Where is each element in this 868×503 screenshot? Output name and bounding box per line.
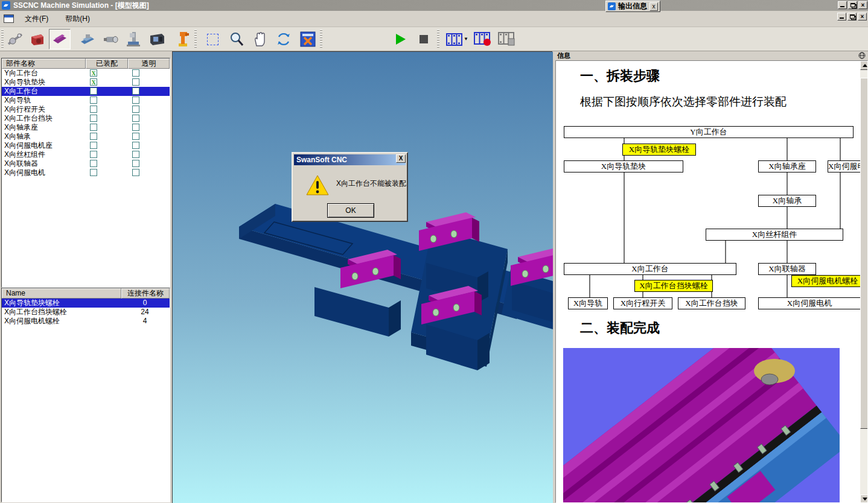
assembled-checkbox[interactable] (90, 133, 97, 140)
title-bar: SSCNC Machine Simulation - [模型视图] × (0, 0, 868, 11)
child-minimize-button[interactable] (837, 13, 846, 21)
assembled-checkbox[interactable] (90, 160, 97, 167)
machine-3d-view[interactable] (172, 51, 552, 503)
flow-screw-assembly: X向丝杆组件 (706, 229, 843, 241)
parts-row[interactable]: X向导轨 (2, 96, 170, 105)
transparent-checkbox[interactable] (132, 142, 139, 149)
parts-row[interactable]: X向轴承 (2, 132, 170, 141)
dialog-title-bar[interactable]: SwanSoft CNC (294, 154, 406, 165)
assembled-checkbox[interactable] (90, 96, 97, 104)
menu-file[interactable]: 文件(F) (19, 11, 54, 27)
assembled-checkbox[interactable] (90, 106, 97, 113)
fit-view-button[interactable] (297, 29, 319, 49)
parts-row[interactable]: X向导轨垫块X (2, 78, 170, 87)
cylinder-icon (103, 31, 120, 48)
flow-bearing: X向轴承 (758, 195, 816, 207)
cnc-machine-button[interactable] (146, 29, 168, 49)
toolbar-grip[interactable] (194, 30, 197, 49)
parts-row[interactable]: X向伺服电机 (2, 168, 170, 177)
stop-icon (420, 35, 428, 43)
flow-servo-motor: X向伺服电机 (758, 297, 861, 309)
worktable-button[interactable] (77, 29, 98, 49)
assembled-checkbox[interactable] (90, 124, 97, 131)
film-button[interactable] (443, 29, 465, 49)
parts-row[interactable]: X向轴承座 (2, 123, 170, 132)
app-window: SSCNC Machine Simulation - [模型视图] × 输出信息… (0, 0, 868, 503)
assembled-checkbox[interactable] (90, 169, 97, 176)
play-button[interactable] (390, 29, 412, 49)
toolbar-grip[interactable] (437, 30, 439, 49)
dialog-close-button[interactable]: X (396, 154, 406, 163)
transparent-checkbox[interactable] (132, 96, 139, 104)
toolbar-grip[interactable] (1, 30, 4, 49)
parts-row[interactable]: X向丝杠组件 (2, 150, 170, 159)
dialog-message: X向工作台不能被装配 (336, 179, 406, 189)
child-close-button[interactable]: × (858, 13, 867, 21)
parts-row-selected[interactable]: X向工作台 (2, 87, 170, 96)
parts-row[interactable]: X向行程开关 (2, 105, 170, 114)
flow-servo-seat: X向伺服电机座 (828, 160, 865, 172)
assembled-checkbox[interactable] (90, 151, 97, 158)
info-scrollbar[interactable] (860, 61, 868, 503)
parts-row[interactable]: X向联轴器 (2, 159, 170, 168)
transparent-checkbox[interactable] (132, 124, 139, 131)
col-part-name[interactable]: 部件名称 (2, 59, 86, 69)
transparent-checkbox[interactable] (132, 169, 139, 176)
close-button[interactable]: × (858, 1, 867, 9)
connector-row[interactable]: X向工作台挡块螺栓24 (2, 308, 170, 317)
output-info-floating-bar[interactable]: 输出信息 x (605, 1, 660, 12)
rotate-button[interactable] (273, 29, 295, 49)
scroll-up-button[interactable] (860, 61, 868, 70)
col-connector-name[interactable]: 连接件名称 (121, 288, 170, 299)
col-assembled[interactable]: 已装配 (86, 59, 128, 69)
ok-button[interactable]: OK (327, 203, 374, 218)
transparent-checkbox[interactable] (132, 160, 139, 167)
assembled-checkbox[interactable]: X (90, 78, 97, 86)
transparent-checkbox[interactable] (132, 151, 139, 158)
gearbox-button[interactable] (27, 29, 48, 49)
pan-button[interactable] (249, 29, 270, 49)
transparent-checkbox[interactable] (132, 78, 139, 86)
zoom-button[interactable] (226, 29, 247, 49)
film-stop-button[interactable] (496, 29, 518, 49)
transparent-checkbox[interactable] (132, 87, 139, 95)
transparent-checkbox[interactable] (132, 106, 139, 113)
film-record-button[interactable] (472, 29, 494, 49)
flow-coupling: X向联轴器 (758, 263, 816, 275)
output-info-close-button[interactable]: x (649, 2, 658, 11)
transparent-checkbox[interactable] (132, 133, 139, 140)
robot-arm-button[interactable] (171, 29, 193, 49)
select-rect-button[interactable] (202, 29, 223, 49)
scroll-thumb[interactable] (860, 78, 868, 429)
minimize-button[interactable] (838, 1, 847, 9)
globe-icon[interactable] (858, 52, 866, 59)
assembled-checkbox[interactable]: X (90, 69, 97, 77)
assembled-checkbox[interactable] (90, 87, 97, 95)
cylinder-button[interactable] (100, 29, 122, 49)
toolbar-grip[interactable] (320, 30, 322, 49)
drill-press-button[interactable] (123, 29, 144, 49)
toolbar: 远程协助 ▼ ▼ SwanSoft 数控仿真软件 (0, 27, 868, 51)
film-dropdown-icon[interactable]: ▼ (464, 36, 468, 42)
menu-help[interactable]: 帮助(H) (59, 11, 96, 27)
step-heading: 一、拆装步骤 (580, 67, 660, 85)
col-name[interactable]: Name (2, 288, 121, 299)
child-restore-button[interactable] (847, 13, 857, 21)
parts-row[interactable]: Y向工作台X (2, 69, 170, 78)
transparent-checkbox[interactable] (132, 115, 139, 122)
worktable-icon (79, 31, 96, 48)
slider-part-button[interactable] (49, 29, 71, 49)
assembled-checkbox[interactable] (90, 142, 97, 149)
shaft-button[interactable] (4, 29, 26, 49)
transparent-checkbox[interactable] (132, 69, 139, 77)
connector-row-selected[interactable]: X向导轨垫块螺栓0 (2, 299, 170, 308)
assembled-checkbox[interactable] (90, 115, 97, 122)
scroll-down-button[interactable] (860, 495, 868, 503)
info-panel: 信息 一、拆装步骤 根据下图按顺序依次选择零部件进行装配 Y向工作台 X向导轨垫… (554, 51, 868, 503)
parts-row[interactable]: X向伺服电机座 (2, 141, 170, 150)
restore-button[interactable] (848, 1, 857, 9)
stop-button[interactable] (413, 29, 435, 49)
parts-row[interactable]: X向工作台挡块 (2, 114, 170, 123)
connector-row[interactable]: X向伺服电机螺栓4 (2, 317, 170, 326)
col-transparent[interactable]: 透明 (128, 59, 170, 69)
